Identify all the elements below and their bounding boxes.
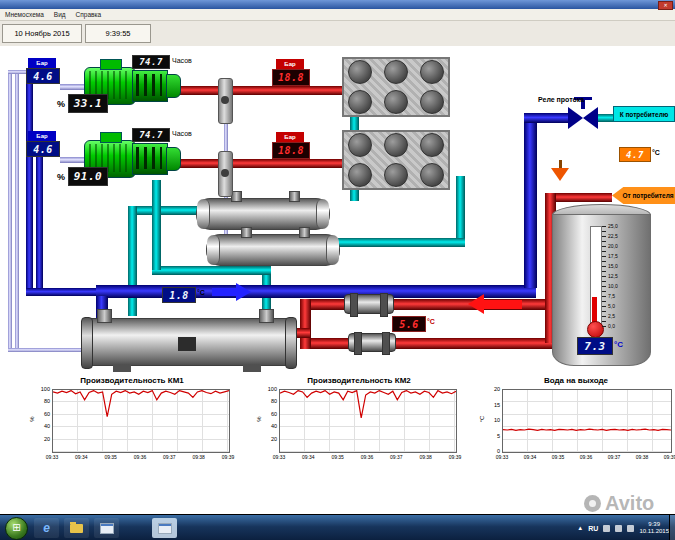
pipe-pink-left-1: [8, 70, 12, 352]
flow-relay-valve-icon[interactable]: [583, 107, 598, 129]
y-tick-label: 60: [257, 411, 277, 417]
pipe-pink-top: [8, 70, 28, 74]
evaporator-foot: [113, 365, 131, 372]
km2-hours-label: Часов: [172, 130, 192, 137]
pipe-chilled-to-valve: [524, 113, 572, 123]
km2-load-value: 91.0: [74, 170, 103, 183]
taskbar-active-app[interactable]: [152, 518, 177, 538]
taskbar-clock[interactable]: 9:39 10.11.2015: [639, 521, 669, 535]
evaporator-flange-right: [285, 317, 297, 369]
pipe-return-lower: [300, 338, 556, 349]
flow-relay-valve-icon[interactable]: [568, 107, 583, 129]
chart-km2: Производительность КМ2 % 1008060402009:3…: [255, 376, 463, 472]
evaporator-nozzle-left: [97, 309, 112, 323]
app-window-icon: [158, 523, 172, 534]
km1-oil-separator: [218, 78, 233, 124]
condenser-fan-icon: [384, 163, 408, 187]
thermometer: 25,022,520,017,515,012,510,07,55,02,50,0: [590, 226, 634, 342]
condenser-fan-icon: [420, 60, 444, 84]
km1-suction-display: 4.6: [26, 68, 60, 84]
start-button[interactable]: ⊞: [5, 517, 28, 540]
system-tray: ▲ RU 9:39 10.11.2015: [577, 515, 669, 540]
km1-hours-label: Часов: [172, 57, 192, 64]
condenser-fan-icon: [384, 60, 408, 84]
km2-suction-label: Бар: [28, 131, 56, 141]
pump-2[interactable]: [348, 333, 396, 352]
close-button[interactable]: ✕: [658, 1, 673, 10]
receiver-2: [206, 234, 340, 266]
menu-view[interactable]: Вид: [54, 11, 66, 18]
pipe-return-riser: [300, 299, 311, 349]
evaporator: [82, 318, 296, 366]
x-tick-label: 09:35: [326, 454, 350, 460]
return-temp-display: 5.6: [392, 316, 426, 332]
tray-volume-icon[interactable]: [627, 525, 634, 532]
thermometer-ticks: [602, 226, 606, 327]
y-tick-label: 10: [480, 417, 500, 423]
menu-bar: Мнемосхема Вид Справка: [0, 9, 675, 21]
taskbar-explorer-icon[interactable]: [64, 518, 89, 538]
chart-y-axis-label: %: [256, 416, 262, 421]
taskbar-app-icon[interactable]: [94, 518, 119, 538]
receiver-nozzle: [299, 227, 310, 238]
scada-window: ✕ Мнемосхема Вид Справка 10 Ноябрь 2015 …: [0, 0, 675, 540]
y-tick-label: 20: [30, 436, 50, 442]
clock-time: 9:39: [639, 521, 669, 528]
flow-arrow-right-icon: [236, 283, 251, 301]
pipe-liquid-cond2: [456, 176, 465, 244]
tank-temp-value: 7.3: [584, 340, 605, 353]
thermometer-scale-label: 5,0: [608, 303, 630, 309]
flow-arrow-right-shaft: [212, 288, 236, 296]
flow-relay-label: Реле протока: [538, 96, 584, 103]
km1-load-label: %: [57, 99, 65, 109]
y-tick-label: 15: [480, 402, 500, 408]
chart-plot-area: [52, 389, 230, 453]
flow-arrow-left-shaft: [484, 300, 522, 309]
km2-load-label: %: [57, 172, 65, 182]
condenser-km2: [342, 130, 450, 190]
evaporator-flange-left: [81, 317, 93, 369]
menu-help[interactable]: Справка: [76, 11, 102, 18]
condenser-fan-icon: [384, 90, 408, 114]
return-temp-unit: °C: [427, 318, 435, 325]
time-box: 9:39:55: [85, 24, 151, 43]
taskbar-browser-icon[interactable]: e: [34, 518, 59, 538]
makeup-valve-icon[interactable]: [551, 168, 569, 181]
km1-load-display: 33.1: [68, 94, 108, 113]
chilled-temp-display: 1.8: [162, 287, 196, 303]
pipe-liquid-evap-left: [128, 206, 137, 316]
tray-status-icon[interactable]: [603, 525, 610, 532]
status-row: 10 Ноябрь 2015 9:39:55: [0, 21, 675, 46]
x-tick-label: 09:33: [40, 454, 64, 460]
show-desktop-button[interactable]: [669, 515, 675, 540]
chart-water-out: Вода на выходе °C 2015105009:3309:3409:3…: [478, 376, 674, 472]
receiver-cap: [197, 199, 210, 229]
pump-1[interactable]: [344, 294, 394, 314]
menu-mnemoscheme[interactable]: Мнемосхема: [5, 11, 44, 18]
x-tick-label: 09:39: [216, 454, 240, 460]
thermometer-scale-label: 17,5: [608, 253, 630, 259]
tray-network-icon[interactable]: [615, 525, 622, 532]
language-indicator[interactable]: RU: [588, 525, 598, 532]
pipe-pink-bottom: [8, 348, 88, 352]
pipe-discharge-km2: [176, 159, 342, 168]
return-temp-value: 5.6: [399, 319, 419, 330]
pump-flange: [382, 332, 390, 355]
thermometer-scale-label: 22,5: [608, 233, 630, 239]
condenser-fan-icon: [348, 60, 372, 84]
x-tick-label: 09:39: [443, 454, 467, 460]
receiver-cap: [326, 235, 339, 265]
x-tick-label: 09:33: [267, 454, 291, 460]
pipe-suction-km2: [60, 157, 84, 163]
to-consumer-label: К потребителю: [613, 106, 675, 122]
tray-expand-icon[interactable]: ▲: [577, 525, 583, 531]
watermark: Avito: [584, 492, 654, 515]
supply-temp-unit: °C: [652, 149, 660, 156]
condenser-fan-icon: [348, 133, 372, 157]
pipe-blue-left-2: [36, 155, 43, 292]
thermometer-scale-label: 10,0: [608, 283, 630, 289]
x-tick-label: 09:35: [99, 454, 123, 460]
condenser-fan-icon: [420, 163, 444, 187]
from-consumer-label: От потребителя: [612, 187, 675, 204]
x-tick-label: 09:39: [658, 454, 675, 460]
